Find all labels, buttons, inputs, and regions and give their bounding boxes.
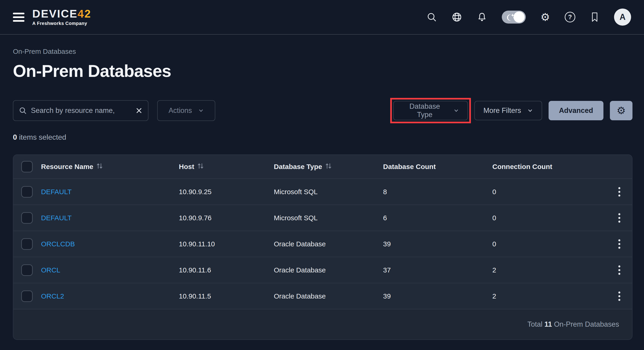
table-row: ORCLCDB 10.90.11.10 Oracle Database 39 0	[13, 231, 632, 257]
page-title: On-Prem Databases	[13, 61, 632, 81]
column-header-database-type[interactable]: Database Type	[274, 162, 383, 171]
selection-status: 0 items selected	[13, 133, 632, 141]
table-row: DEFAULT 10.90.9.25 Microsoft SQL 8 0	[13, 179, 632, 205]
database-type-cell: Oracle Database	[274, 266, 383, 274]
resource-name-link[interactable]: ORCLCDB	[41, 240, 75, 248]
connection-count-cell: 0	[492, 240, 607, 248]
table-header-row: Resource Name Host Database Type Databas…	[13, 155, 632, 179]
database-type-dropdown[interactable]: Database Type	[393, 101, 468, 120]
search-input[interactable]	[31, 106, 132, 115]
row-checkbox[interactable]	[21, 186, 33, 198]
more-filters-dropdown[interactable]: More Filters	[474, 101, 542, 120]
host-cell: 10.90.11.10	[179, 240, 274, 248]
table-row: DEFAULT 10.90.9.76 Microsoft SQL 6 0	[13, 205, 632, 231]
actions-dropdown[interactable]: Actions	[157, 100, 215, 121]
column-header-resource-name[interactable]: Resource Name	[41, 162, 179, 171]
database-type-cell: Oracle Database	[274, 292, 383, 300]
clear-search-icon[interactable]	[136, 107, 142, 114]
row-checkbox-cell	[13, 238, 41, 250]
dark-mode-toggle[interactable]	[502, 11, 526, 24]
table-body: DEFAULT 10.90.9.25 Microsoft SQL 8 0 DEF…	[13, 179, 632, 309]
logo-brand: DEVICE	[32, 8, 78, 20]
chevron-down-icon	[454, 108, 459, 114]
host-cell: 10.90.9.25	[179, 188, 274, 196]
database-type-cell: Microsoft SQL	[274, 214, 383, 222]
table-row: ORCL 10.90.11.6 Oracle Database 37 2	[13, 257, 632, 283]
column-header-connection-count: Connection Count	[492, 163, 607, 170]
connection-count-cell: 0	[492, 188, 607, 196]
row-kebab-menu-icon[interactable]	[618, 212, 621, 224]
database-count-cell: 39	[383, 292, 492, 300]
row-checkbox[interactable]	[21, 238, 33, 250]
filter-controls: Database Type More Filters Advanced ⚙	[393, 101, 632, 120]
app-logo: DEVICE42 A Freshworks Company	[32, 8, 91, 26]
column-header-database-count: Database Count	[383, 163, 492, 170]
logo-tagline: A Freshworks Company	[32, 21, 91, 26]
globe-icon[interactable]	[452, 12, 462, 22]
row-checkbox[interactable]	[21, 264, 33, 276]
select-all-checkbox[interactable]	[21, 161, 33, 172]
gear-icon: ⚙	[616, 105, 626, 116]
database-count-cell: 37	[383, 266, 492, 274]
chevron-down-icon	[198, 108, 204, 114]
database-count-cell: 39	[383, 240, 492, 248]
header-checkbox-cell	[13, 161, 41, 172]
row-checkbox-cell	[13, 290, 41, 302]
advanced-button[interactable]: Advanced	[548, 101, 604, 120]
chevron-down-icon	[527, 108, 533, 114]
hamburger-menu-icon[interactable]	[13, 13, 24, 22]
row-checkbox-cell	[13, 264, 41, 276]
sort-icon[interactable]	[96, 162, 103, 171]
row-checkbox-cell	[13, 186, 41, 198]
connection-count-cell: 2	[492, 266, 607, 274]
topbar-actions: ⚙ ? A	[427, 9, 631, 26]
host-cell: 10.90.11.5	[179, 292, 274, 300]
row-kebab-menu-icon[interactable]	[618, 238, 621, 250]
toolbar: Actions Database Type More Filters Advan…	[13, 100, 632, 121]
resource-name-link[interactable]: DEFAULT	[41, 188, 72, 196]
help-icon[interactable]: ?	[565, 12, 575, 22]
row-kebab-menu-icon[interactable]	[618, 186, 621, 198]
notifications-icon[interactable]	[477, 12, 487, 22]
resource-name-link[interactable]: ORCL	[41, 266, 60, 274]
bookmark-icon[interactable]	[590, 12, 599, 22]
topbar: DEVICE42 A Freshworks Company ⚙ ?	[0, 0, 644, 35]
sort-icon[interactable]	[325, 162, 332, 171]
settings-icon[interactable]: ⚙	[540, 12, 550, 22]
row-checkbox[interactable]	[21, 212, 33, 224]
host-cell: 10.90.11.6	[179, 266, 274, 274]
row-kebab-menu-icon[interactable]	[618, 290, 621, 302]
host-cell: 10.90.9.76	[179, 214, 274, 222]
breadcrumb[interactable]: On-Prem Databases	[13, 48, 632, 55]
database-count-cell: 6	[383, 214, 492, 222]
sort-icon[interactable]	[197, 162, 204, 171]
row-checkbox[interactable]	[21, 290, 33, 302]
resource-name-link[interactable]: ORCL2	[41, 292, 64, 300]
row-checkbox-cell	[13, 212, 41, 224]
table-row: ORCL2 10.90.11.5 Oracle Database 39 2	[13, 283, 632, 309]
database-count-cell: 8	[383, 188, 492, 196]
table-settings-button[interactable]: ⚙	[610, 101, 632, 120]
connection-count-cell: 2	[492, 292, 607, 300]
resource-name-link[interactable]: DEFAULT	[41, 214, 72, 222]
main-content: On-Prem Databases On-Prem Databases Acti…	[0, 48, 644, 340]
search-icon[interactable]	[427, 12, 437, 22]
database-type-cell: Oracle Database	[274, 240, 383, 248]
row-kebab-menu-icon[interactable]	[618, 264, 621, 276]
databases-table: Resource Name Host Database Type Databas…	[13, 154, 632, 340]
search-input-icon	[19, 107, 27, 114]
logo-brand-accent: 42	[78, 8, 91, 20]
table-footer: Total 11 On-Prem Databases	[13, 309, 632, 339]
column-header-host[interactable]: Host	[179, 162, 274, 171]
avatar[interactable]: A	[614, 9, 631, 26]
search-box	[13, 100, 148, 121]
connection-count-cell: 0	[492, 214, 607, 222]
database-type-cell: Microsoft SQL	[274, 188, 383, 196]
